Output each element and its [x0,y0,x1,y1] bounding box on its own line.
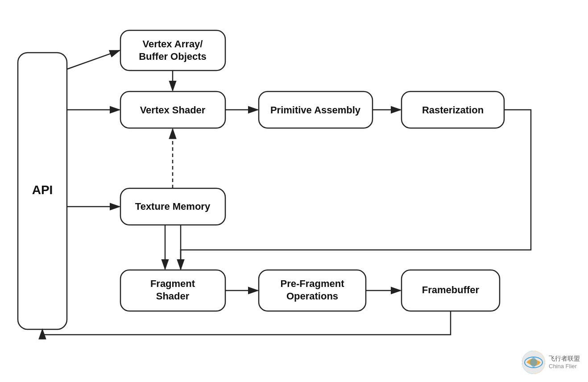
watermark-en: China Flier [549,363,580,370]
primitive-assembly-label: Primitive Assembly [270,104,361,116]
texture-memory-label: Texture Memory [135,201,211,212]
watermark-zh: 飞行者联盟 [549,354,580,362]
vertex-shader-label: Vertex Shader [140,104,206,116]
arrow-rasterization-to-fragment-shader [181,110,531,269]
pre-fragment-label: Pre-Fragment [280,278,344,289]
watermark-text-block: 飞行者联盟 China Flier [549,354,580,370]
rasterization-label: Rasterization [422,104,484,116]
vertex-array-label2: Buffer Objects [139,51,207,62]
arrow-api-to-vertex-array [67,50,120,69]
fragment-shader-label: Fragment [150,278,195,289]
watermark-logo [522,351,545,374]
vertex-array-label: Vertex Array/ [143,38,203,50]
fragment-shader-label2: Shader [156,291,190,302]
framebuffer-label: Framebuffer [422,284,480,295]
pipeline-diagram: API Vertex Array/ Buffer Objects Vertex … [0,0,588,382]
api-label: API [32,183,53,197]
arrow-framebuffer-to-api [42,311,451,335]
pre-fragment-label2: Operations [286,291,338,302]
watermark: 飞行者联盟 China Flier [522,351,580,374]
diagram-container: API Vertex Array/ Buffer Objects Vertex … [0,0,588,382]
